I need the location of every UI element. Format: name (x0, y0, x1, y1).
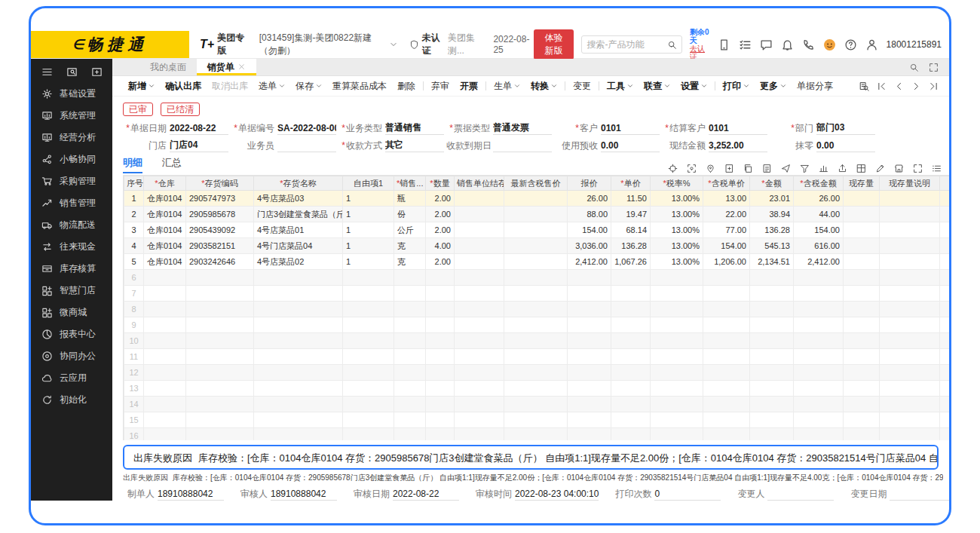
grid-cell[interactable]: 13.00% (651, 238, 703, 254)
tablet-icon[interactable] (718, 38, 731, 51)
stats-icon[interactable] (818, 163, 828, 173)
table-row[interactable]: 2仓库01042905985678门店3创建堂食菜品（斤）1份2.0088.00… (124, 207, 950, 222)
grid-cell[interactable]: 1 (124, 191, 144, 207)
grid-cell[interactable] (844, 207, 880, 222)
grid-cell[interactable]: 2.00 (426, 222, 455, 238)
grid-cell[interactable] (504, 254, 568, 270)
grid-cell[interactable] (504, 191, 568, 207)
sidebar-item-基础设置[interactable]: 基础设置 (31, 83, 112, 105)
grid-column-header[interactable]: *含税金额 (794, 176, 844, 191)
field-value[interactable] (277, 140, 336, 152)
grid-cell[interactable]: 门店3创建堂食菜品（斤） (254, 207, 343, 222)
grid-cell[interactable]: 瓶 (394, 191, 426, 207)
field-value[interactable]: 部门03 (816, 121, 875, 135)
grid-column-header[interactable]: *仓库 (144, 176, 186, 191)
grid-column-header[interactable]: 备注 (940, 176, 950, 191)
field-value[interactable]: 18910888042 (271, 489, 337, 501)
toolbar-button-更多[interactable]: 更多 (755, 78, 792, 94)
toolbar-button-删除[interactable]: 删除 (392, 78, 421, 94)
grid-cell[interactable]: 2 (124, 207, 144, 222)
tasks-icon[interactable] (739, 38, 752, 51)
search-icon[interactable] (667, 40, 677, 50)
table-row-empty[interactable]: 11 (124, 349, 950, 365)
field-value[interactable]: SA-2022-08-0001 (277, 123, 336, 135)
toolbar-button-保存[interactable]: 保存 (290, 78, 327, 94)
grid-cell[interactable] (880, 222, 940, 238)
field-value[interactable] (890, 489, 949, 501)
grid-cell[interactable] (844, 254, 880, 270)
sidebar-item-报表中心[interactable]: 报表中心 (31, 323, 112, 345)
tab-我的桌面[interactable]: 我的桌面 (139, 59, 197, 75)
grid-cell[interactable]: 1 (343, 207, 394, 222)
grid-cell[interactable]: 23.01 (750, 191, 794, 207)
first-page-icon[interactable] (876, 81, 887, 91)
field-value[interactable]: 0101 (709, 123, 767, 135)
help-icon[interactable] (844, 38, 858, 51)
sidebar-item-往来现金[interactable]: 往来现金 (31, 236, 112, 258)
grid-column-header[interactable]: *单价 (611, 176, 651, 191)
grid-cell[interactable]: 4号店菜品01 (254, 222, 343, 238)
grid-column-header[interactable]: 自由项1 (343, 176, 394, 191)
grid-cell[interactable]: 154.00 (568, 222, 611, 238)
grid-cell[interactable]: 2905985678 (186, 207, 254, 222)
grid-cell[interactable]: 545.13 (750, 238, 794, 254)
product-search-input[interactable]: 搜索-产品功能 (581, 35, 682, 54)
field-value[interactable]: 门店04 (170, 139, 228, 152)
grid-cell[interactable]: 1,067.26 (611, 254, 651, 270)
grid-cell[interactable]: 1 (343, 238, 394, 254)
toolbar-button-确认出库[interactable]: 确认出库 (160, 78, 207, 94)
grid-cell[interactable] (504, 238, 568, 254)
grid-cell[interactable]: 22.00 (703, 207, 750, 222)
toolbar-button-弃审[interactable]: 弃审 (426, 78, 455, 94)
grid-cell[interactable]: 仓库0104 (144, 254, 186, 270)
grid-cell[interactable]: 2.00 (426, 191, 455, 207)
toolbar-button-重算菜品成本[interactable]: 重算菜品成本 (327, 78, 392, 94)
search-window-icon[interactable] (65, 65, 78, 78)
grid-cell[interactable] (504, 207, 568, 222)
grid-cell[interactable]: 2,412.00 (568, 254, 611, 270)
bell-icon[interactable] (781, 38, 795, 51)
grid-cell[interactable]: 1 (343, 191, 394, 207)
grid-cell[interactable]: 公斤 (394, 222, 426, 238)
grid-icon[interactable] (856, 163, 866, 173)
fullscreen-icon[interactable] (928, 62, 939, 72)
sidebar-item-采购管理[interactable]: 采购管理 (31, 170, 112, 192)
grid-cell[interactable]: 19.47 (611, 207, 651, 222)
field-value[interactable]: 普通发票 (493, 121, 552, 135)
grid-cell[interactable]: 68.14 (611, 222, 651, 238)
pin-icon[interactable] (705, 163, 715, 173)
grid-cell[interactable]: 仓库0104 (144, 191, 186, 207)
close-icon[interactable] (238, 63, 246, 71)
grid-cell[interactable]: 克 (394, 238, 426, 254)
sidebar-item-初始化[interactable]: 初始化 (31, 389, 112, 411)
grid-cell[interactable]: 13.00 (703, 191, 750, 207)
shop-icon[interactable] (893, 163, 904, 173)
detail-tab-明细[interactable]: 明细 (123, 156, 142, 173)
grid-column-header[interactable]: *存货名称 (254, 176, 343, 191)
table-row[interactable]: 5仓库010429032426464号店菜品021克2.002,412.001,… (124, 254, 950, 270)
grid-column-header[interactable]: *销售... (394, 176, 426, 191)
grid-cell[interactable]: 11.50 (611, 191, 651, 207)
grid-cell[interactable] (455, 238, 504, 254)
field-value[interactable]: 0 (654, 489, 721, 501)
grid-cell[interactable]: 136.28 (750, 222, 794, 238)
export-icon[interactable] (837, 163, 847, 173)
last-page-icon[interactable] (928, 81, 939, 91)
sidebar-item-经营分析[interactable]: 经营分析 (31, 127, 112, 149)
grid-cell[interactable] (940, 238, 950, 254)
sidebar-item-物流配送[interactable]: 物流配送 (31, 214, 112, 236)
grid-column-header[interactable]: 现存量说明 (880, 176, 940, 191)
grid-cell[interactable] (455, 191, 504, 207)
grid-cell[interactable]: 4 (124, 238, 144, 254)
grid-column-header[interactable]: 现存量 (844, 176, 880, 191)
toolbar-button-设置[interactable]: 设置 (675, 78, 712, 94)
grid-column-header[interactable]: *数量 (426, 176, 455, 191)
table-row[interactable]: 1仓库010429057479734号店菜品031瓶2.0026.0011.50… (124, 191, 950, 207)
target-icon[interactable] (667, 163, 678, 173)
list-icon[interactable] (931, 163, 942, 173)
grid-column-header[interactable]: 最新含税售价 (504, 176, 568, 191)
sidebar-item-协同办公[interactable]: 协同办公 (31, 345, 112, 367)
field-value[interactable]: 0.00 (601, 140, 660, 152)
grid-cell[interactable]: 2.00 (426, 207, 455, 222)
grid-cell[interactable] (880, 238, 940, 254)
